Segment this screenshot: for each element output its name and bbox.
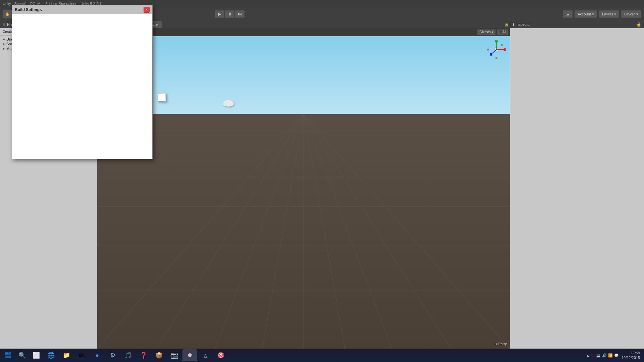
taskbar-steam-button[interactable]: ⚙ [105, 349, 120, 361]
dialog-content [12, 14, 152, 159]
tray-network-icon: 💻 [596, 353, 601, 358]
svg-rect-29 [8, 356, 11, 358]
taskbar-clock[interactable]: 17:59 19/12/2015 [622, 351, 640, 360]
taskbar-right: ▲ 🛡 💻 🔊 📶 💬 17:59 19/12/2015 [586, 351, 643, 360]
tray-wifi-icon: 📶 [608, 353, 613, 358]
tray-arrow[interactable]: ▲ [586, 353, 590, 357]
tray-antivirus-icon: 🛡 [591, 353, 595, 357]
taskbar-app2-button[interactable]: 🎯 [213, 349, 228, 361]
dialog-title: Build Settings [15, 7, 42, 12]
svg-rect-28 [5, 356, 8, 358]
start-button[interactable] [1, 349, 15, 361]
taskbar-chrome-button[interactable]: ● [90, 349, 105, 361]
taskbar: 🔍 ⬜ 🌐 📁 🛍 ● ⚙ 🎵 ❓ 📦 📷 ⬟ △ 🎯 ▲ 🛡 💻 🔊 📶 💬 … [0, 349, 644, 362]
modal-overlay: Build Settings × [0, 0, 644, 362]
taskbar-help-button[interactable]: ❓ [136, 349, 151, 361]
taskbar-date: 19/12/2015 [622, 355, 640, 360]
tray-volume-icon[interactable]: 🔊 [602, 353, 607, 358]
taskbar-unity2-button[interactable]: △ [198, 349, 213, 361]
dialog-close-button[interactable]: × [144, 7, 150, 13]
dialog-titlebar: Build Settings × [12, 5, 152, 14]
taskbar-package-button[interactable]: 📦 [152, 349, 166, 361]
taskbar-spotify-button[interactable]: 🎵 [121, 349, 136, 361]
taskbar-explorer-button[interactable]: 📁 [59, 349, 74, 361]
taskbar-search-button[interactable]: 🔍 [15, 349, 29, 361]
taskbar-store-button[interactable]: 🛍 [74, 349, 89, 361]
taskbar-tray-icons: ▲ 🛡 💻 🔊 📶 💬 [586, 353, 619, 358]
svg-rect-27 [8, 352, 11, 355]
taskbar-camera-button[interactable]: 📷 [167, 349, 182, 361]
taskbar-time: 17:59 [622, 351, 640, 355]
build-settings-dialog: Build Settings × [12, 5, 153, 159]
taskbar-taskview-button[interactable]: ⬜ [30, 349, 43, 361]
taskbar-edge-button[interactable]: 🌐 [44, 349, 58, 361]
tray-message-icon[interactable]: 💬 [614, 353, 619, 358]
svg-rect-26 [5, 352, 8, 355]
taskbar-unity-button[interactable]: ⬟ [182, 349, 197, 361]
